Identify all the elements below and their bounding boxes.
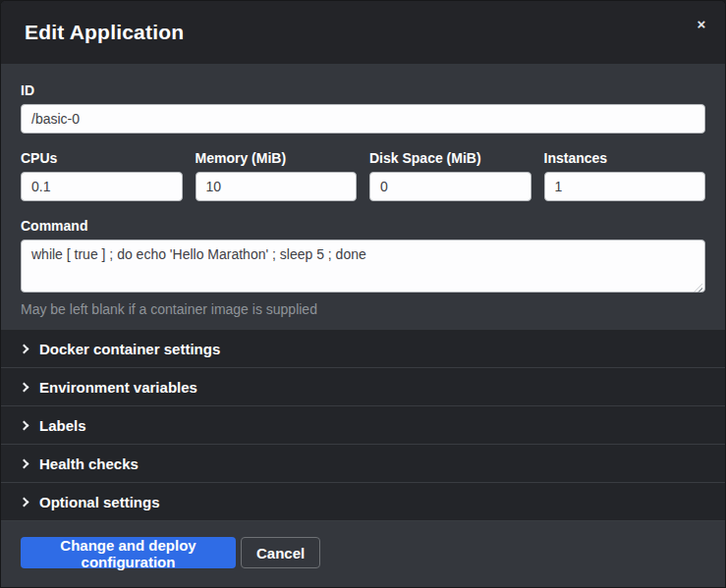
application-form: ID CPUs Memory (MiB) Disk Space (MiB) In… (1, 64, 725, 330)
id-label: ID (21, 82, 705, 98)
chevron-right-icon (20, 497, 29, 507)
disk-field-group: Disk Space (MiB) (369, 150, 531, 201)
modal-title: Edit Application (25, 21, 184, 44)
change-and-deploy-button[interactable]: Change and deploy configuration (21, 537, 236, 568)
instances-input[interactable] (544, 172, 706, 201)
modal-header: Edit Application × (1, 1, 725, 64)
cancel-button[interactable]: Cancel (241, 537, 320, 568)
disk-label: Disk Space (MiB) (369, 150, 531, 166)
close-icon[interactable]: × (692, 15, 711, 34)
command-input[interactable]: while [ true ] ; do echo 'Hello Marathon… (21, 240, 705, 293)
chevron-right-icon (20, 344, 29, 353)
command-label: Command (21, 218, 705, 234)
memory-field-group: Memory (MiB) (195, 150, 358, 201)
cpus-label: CPUs (21, 150, 183, 166)
collapsible-sections: Docker container settings Environment va… (1, 330, 725, 521)
section-optional-settings[interactable]: Optional settings (1, 483, 725, 521)
section-labels[interactable]: Labels (1, 406, 725, 445)
section-label: Environment variables (39, 379, 197, 396)
section-health-checks[interactable]: Health checks (1, 445, 725, 483)
section-label: Labels (39, 417, 86, 434)
id-input[interactable] (21, 104, 705, 134)
chevron-right-icon (20, 458, 29, 468)
command-field-group: Command while [ true ] ; do echo 'Hello … (21, 218, 705, 317)
section-label: Docker container settings (39, 341, 220, 357)
section-label: Optional settings (39, 494, 160, 510)
chevron-right-icon (20, 382, 29, 392)
resources-row: CPUs Memory (MiB) Disk Space (MiB) Insta… (21, 150, 705, 201)
modal-footer: Change and deploy configuration Cancel (1, 521, 725, 587)
memory-input[interactable] (195, 172, 358, 201)
memory-label: Memory (MiB) (195, 150, 358, 166)
cpus-field-group: CPUs (21, 150, 183, 201)
chevron-right-icon (20, 420, 29, 430)
section-label: Health checks (39, 455, 139, 472)
edit-application-modal: Edit Application × ID CPUs Memory (MiB) … (0, 0, 726, 588)
section-environment-variables[interactable]: Environment variables (1, 368, 725, 406)
instances-field-group: Instances (544, 150, 706, 201)
cpus-input[interactable] (21, 172, 183, 201)
id-field-group: ID (21, 82, 705, 134)
disk-input[interactable] (369, 172, 531, 201)
command-help-text: May be left blank if a container image i… (21, 301, 705, 317)
section-docker-container-settings[interactable]: Docker container settings (1, 330, 725, 368)
instances-label: Instances (544, 150, 706, 166)
